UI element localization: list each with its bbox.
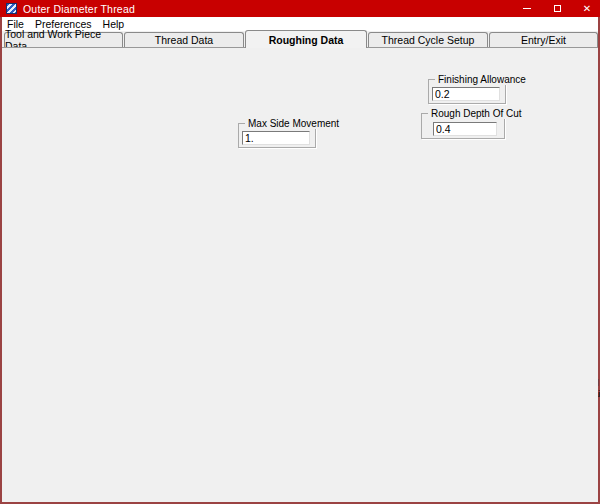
title-bar: Outer Diameter Thread ✕ <box>0 0 600 17</box>
close-icon: ✕ <box>583 3 591 14</box>
tab-thread-data[interactable]: Thread Data <box>124 32 244 47</box>
tab-thread-cycle-setup[interactable]: Thread Cycle Setup <box>368 32 488 47</box>
tab-roughing-data[interactable]: Roughing Data <box>245 30 367 48</box>
maximize-button[interactable] <box>550 2 564 15</box>
window-title: Outer Diameter Thread <box>23 3 135 15</box>
rough-depth-of-cut-input[interactable] <box>433 122 497 136</box>
tab-strip: Tool and Work Piece Data Thread Data Rou… <box>2 30 598 48</box>
minimize-icon <box>523 8 531 9</box>
finishing-allowance-label: Finishing Allowance <box>435 74 529 85</box>
finishing-allowance-group: Finishing Allowance <box>428 79 506 104</box>
tab-tool-and-work-piece-data[interactable]: Tool and Work Piece Data <box>4 32 123 47</box>
maximize-icon <box>554 5 561 12</box>
minimize-button[interactable] <box>520 2 534 15</box>
rough-depth-of-cut-label: Rough Depth Of Cut <box>428 108 525 119</box>
max-side-movement-label: Max Side Movement <box>245 118 342 129</box>
finishing-allowance-input[interactable] <box>432 87 500 101</box>
max-side-movement-input[interactable] <box>242 131 310 145</box>
app-icon <box>6 3 17 14</box>
tab-entry-exit[interactable]: Entry/Exit <box>489 32 598 47</box>
close-button[interactable]: ✕ <box>580 2 594 15</box>
rough-depth-of-cut-group: Rough Depth Of Cut <box>421 113 505 139</box>
outer-diameter-thread-window: Outer Diameter Thread ✕ File Preferences… <box>0 0 600 504</box>
max-side-movement-group: Max Side Movement <box>238 123 316 148</box>
